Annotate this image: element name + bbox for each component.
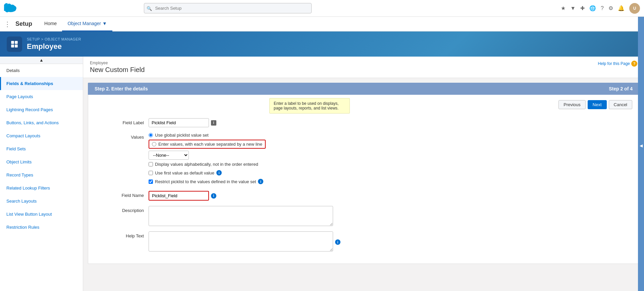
field-tooltip: Enter a label to be used on displays, pa… — [269, 98, 350, 114]
svg-rect-6 — [11, 45, 14, 48]
help-text-control: i — [149, 231, 632, 251]
sidebar-item-buttons-links[interactable]: Buttons, Links, and Actions — [0, 116, 83, 129]
checkbox-restrict-picklist-label: Restrict picklist to the values defined … — [155, 179, 256, 184]
breadcrumb: SETUP > OBJECT MANAGER — [27, 37, 81, 41]
field-label-info-icon[interactable]: i — [211, 120, 216, 126]
right-collapse-panel[interactable]: ◀ — [638, 0, 644, 291]
values-label: Values — [95, 133, 149, 140]
help-icon[interactable]: ? — [601, 5, 604, 11]
banner-title: Employee — [27, 42, 81, 51]
sidebar-item-restriction-rules[interactable]: Restriction Rules — [0, 221, 83, 234]
search-bar: 🔍 — [144, 3, 312, 13]
sidebar: ▲ Details Fields & Relationships Page La… — [0, 57, 83, 291]
values-control: Use global picklist value set Enter valu… — [149, 133, 632, 186]
sidebar-scroll-up[interactable]: ▲ — [0, 57, 83, 64]
field-label-control: i — [149, 118, 632, 127]
salesforce-logo[interactable] — [4, 2, 17, 15]
checkbox-alphabetical-label: Display values alphabetically, not in th… — [155, 162, 258, 167]
help-text-info-icon[interactable]: i — [335, 239, 340, 245]
description-label: Description — [95, 206, 149, 213]
social-icon[interactable]: 🌐 — [589, 5, 596, 11]
radio-enter-values-label: Enter values, with each value separated … — [158, 142, 262, 147]
checkbox-alphabetical-row: Display values alphabetically, not in th… — [149, 162, 258, 167]
checkbox-default-value-label: Use first value as default value — [155, 170, 214, 175]
nav-item-home[interactable]: Home — [39, 17, 62, 31]
radio-global-picklist-input[interactable] — [149, 133, 153, 137]
cancel-button[interactable]: Cancel — [609, 100, 632, 109]
page-heading: New Custom Field — [90, 66, 145, 74]
sidebar-item-lightning-record-pages[interactable]: Lightning Record Pages — [0, 103, 83, 116]
help-circle-icon: ? — [631, 61, 637, 67]
step-counter: Step 2 of 4 — [609, 86, 633, 91]
form-area: Previous Next Cancel Enter a label to be… — [88, 95, 639, 264]
banner-text: SETUP > OBJECT MANAGER Employee — [27, 37, 81, 51]
radio-enter-values-input[interactable] — [152, 142, 156, 146]
radio-global-picklist-label: Use global picklist value set — [155, 133, 209, 138]
search-input[interactable] — [144, 3, 312, 13]
breadcrumb-setup[interactable]: SETUP — [27, 37, 40, 41]
bell-icon[interactable]: 🔔 — [618, 5, 625, 11]
help-text-row: Help Text i — [95, 231, 632, 251]
svg-point-3 — [7, 5, 14, 10]
radio-global-picklist[interactable]: Use global picklist value set — [149, 133, 209, 138]
help-text-textarea[interactable] — [149, 231, 333, 251]
sidebar-item-compact-layouts[interactable]: Compact Layouts — [0, 129, 83, 142]
field-label-input[interactable] — [149, 118, 209, 127]
sidebar-item-related-lookup[interactable]: Related Lookup Filters — [0, 181, 83, 195]
banner-icon — [7, 37, 22, 52]
add-icon[interactable]: ✚ — [580, 5, 585, 11]
next-button[interactable]: Next — [588, 100, 607, 109]
help-text-label: Help Text — [95, 231, 149, 238]
nav-right-icons: ★ ▼ ✚ 🌐 ? ⚙ 🔔 U — [561, 3, 640, 14]
sidebar-item-object-limits[interactable]: Object Limits — [0, 155, 83, 168]
description-row: Description — [95, 206, 632, 226]
default-value-info-icon[interactable]: i — [216, 170, 222, 175]
avatar[interactable]: U — [629, 3, 640, 14]
checkbox-default-value[interactable] — [149, 171, 153, 175]
field-name-input[interactable] — [149, 191, 209, 201]
star-icon[interactable]: ★ — [561, 5, 566, 11]
field-label-label: Field Label — [95, 118, 149, 125]
step-header: Step 2. Enter the details Step 2 of 4 — [88, 83, 639, 95]
description-control — [149, 206, 632, 226]
field-name-control: i — [149, 191, 632, 201]
checkbox-restrict-picklist[interactable] — [149, 179, 153, 184]
sidebar-item-field-sets[interactable]: Field Sets — [0, 142, 83, 155]
svg-rect-5 — [15, 41, 18, 44]
sidebar-item-details[interactable]: Details — [0, 64, 83, 77]
dropdown-icon[interactable]: ▼ — [570, 5, 576, 11]
main-container: ▲ Details Fields & Relationships Page La… — [0, 57, 644, 291]
checkbox-restrict-picklist-row: Restrict picklist to the values defined … — [149, 179, 263, 184]
action-buttons: Previous Next Cancel — [558, 100, 632, 109]
svg-rect-4 — [11, 41, 14, 44]
content-area: Employee New Custom Field Help for this … — [83, 57, 644, 291]
radio-enter-values[interactable]: Enter values, with each value separated … — [149, 140, 266, 149]
picklist-global-select[interactable]: --None-- — [149, 151, 189, 160]
sidebar-item-search-layouts[interactable]: Search Layouts — [0, 195, 83, 208]
help-link[interactable]: Help for this Page ? — [598, 61, 637, 67]
app-title: Setup — [15, 20, 32, 27]
restrict-picklist-info-icon[interactable]: i — [258, 179, 263, 184]
top-nav: 🔍 ★ ▼ ✚ 🌐 ? ⚙ 🔔 U — [0, 0, 644, 17]
search-icon: 🔍 — [147, 6, 152, 11]
sidebar-item-record-types[interactable]: Record Types — [0, 168, 83, 181]
sidebar-item-fields[interactable]: Fields & Relationships — [0, 77, 83, 90]
nav-item-object-manager[interactable]: Object Manager ▼ — [62, 17, 112, 31]
object-context: Employee — [90, 61, 145, 65]
field-name-row: Field Name i — [95, 191, 632, 201]
sidebar-item-page-layouts[interactable]: Page Layouts — [0, 90, 83, 103]
svg-rect-7 — [15, 45, 18, 48]
settings-icon[interactable]: ⚙ — [608, 5, 613, 11]
app-nav: ⋮ Setup Home Object Manager ▼ — [0, 17, 644, 31]
sidebar-item-list-view[interactable]: List View Button Layout — [0, 208, 83, 221]
checkbox-alphabetical[interactable] — [149, 162, 153, 166]
checkbox-default-value-row: Use first value as default value i — [149, 170, 222, 175]
field-name-info-icon[interactable]: i — [211, 193, 216, 199]
field-label-row: Field Label i — [95, 118, 632, 127]
breadcrumb-object-manager[interactable]: OBJECT MANAGER — [45, 37, 81, 41]
previous-button[interactable]: Previous — [558, 100, 586, 109]
page-banner: SETUP > OBJECT MANAGER Employee ▶ — [0, 31, 644, 57]
description-textarea[interactable] — [149, 206, 333, 226]
field-name-label: Field Name — [95, 191, 149, 198]
grid-icon[interactable]: ⋮ — [4, 20, 11, 28]
